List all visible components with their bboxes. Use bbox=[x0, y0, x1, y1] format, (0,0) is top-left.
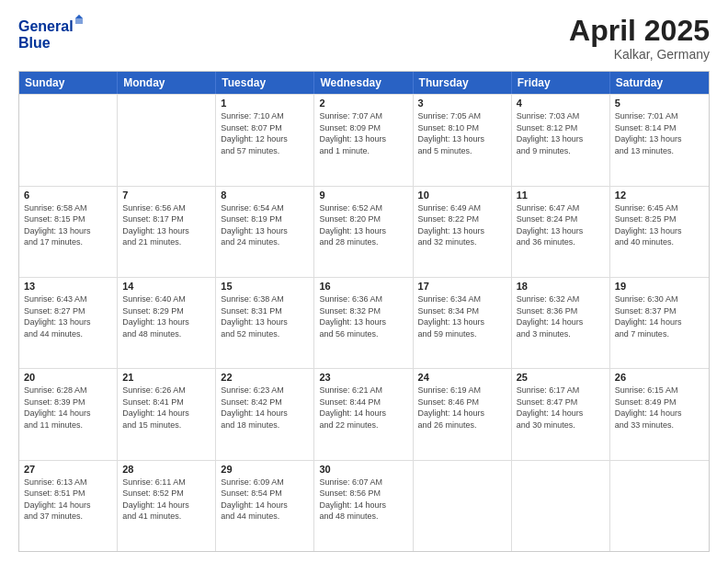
day-number: 9 bbox=[319, 190, 407, 201]
day-number: 17 bbox=[418, 281, 506, 292]
day-info: Sunrise: 7:07 AM Sunset: 8:09 PM Dayligh… bbox=[319, 110, 407, 156]
logo-svg: General Blue bbox=[18, 15, 83, 53]
day-12: 12Sunrise: 6:45 AM Sunset: 8:25 PM Dayli… bbox=[610, 187, 709, 277]
empty-cell-4-4 bbox=[414, 461, 512, 551]
day-24: 24Sunrise: 6:19 AM Sunset: 8:46 PM Dayli… bbox=[414, 369, 512, 459]
day-number: 13 bbox=[24, 281, 112, 292]
weekday-tuesday: Tuesday bbox=[216, 72, 314, 94]
day-number: 2 bbox=[319, 98, 407, 109]
day-22: 22Sunrise: 6:23 AM Sunset: 8:42 PM Dayli… bbox=[216, 369, 314, 459]
day-number: 1 bbox=[221, 98, 309, 109]
day-6: 6Sunrise: 6:58 AM Sunset: 8:15 PM Daylig… bbox=[19, 187, 118, 277]
day-number: 4 bbox=[517, 98, 605, 109]
day-number: 10 bbox=[418, 190, 506, 201]
day-info: Sunrise: 6:07 AM Sunset: 8:56 PM Dayligh… bbox=[319, 477, 407, 523]
day-info: Sunrise: 6:54 AM Sunset: 8:19 PM Dayligh… bbox=[221, 202, 309, 248]
day-23: 23Sunrise: 6:21 AM Sunset: 8:44 PM Dayli… bbox=[314, 369, 413, 459]
week-row-3: 13Sunrise: 6:43 AM Sunset: 8:27 PM Dayli… bbox=[19, 277, 709, 368]
day-info: Sunrise: 6:26 AM Sunset: 8:41 PM Dayligh… bbox=[122, 385, 210, 431]
day-info: Sunrise: 6:58 AM Sunset: 8:15 PM Dayligh… bbox=[24, 202, 112, 248]
weekday-wednesday: Wednesday bbox=[314, 72, 413, 94]
empty-cell-4-6 bbox=[610, 461, 709, 551]
day-info: Sunrise: 6:23 AM Sunset: 8:42 PM Dayligh… bbox=[221, 385, 309, 431]
day-2: 2Sunrise: 7:07 AM Sunset: 8:09 PM Daylig… bbox=[314, 95, 413, 185]
day-1: 1Sunrise: 7:10 AM Sunset: 8:07 PM Daylig… bbox=[216, 95, 314, 185]
day-info: Sunrise: 6:17 AM Sunset: 8:47 PM Dayligh… bbox=[517, 385, 605, 431]
day-info: Sunrise: 6:38 AM Sunset: 8:31 PM Dayligh… bbox=[221, 293, 309, 339]
day-11: 11Sunrise: 6:47 AM Sunset: 8:24 PM Dayli… bbox=[512, 187, 610, 277]
day-number: 19 bbox=[615, 281, 704, 292]
day-9: 9Sunrise: 6:52 AM Sunset: 8:20 PM Daylig… bbox=[314, 187, 413, 277]
day-number: 27 bbox=[24, 464, 112, 475]
day-18: 18Sunrise: 6:32 AM Sunset: 8:36 PM Dayli… bbox=[512, 278, 610, 368]
empty-cell-0-0 bbox=[19, 95, 118, 185]
week-row-5: 27Sunrise: 6:13 AM Sunset: 8:51 PM Dayli… bbox=[19, 460, 709, 551]
day-number: 25 bbox=[517, 372, 605, 383]
day-3: 3Sunrise: 7:05 AM Sunset: 8:10 PM Daylig… bbox=[414, 95, 512, 185]
day-number: 21 bbox=[122, 372, 210, 383]
day-13: 13Sunrise: 6:43 AM Sunset: 8:27 PM Dayli… bbox=[19, 278, 118, 368]
calendar-header: SundayMondayTuesdayWednesdayThursdayFrid… bbox=[19, 72, 709, 94]
day-number: 15 bbox=[221, 281, 309, 292]
calendar: SundayMondayTuesdayWednesdayThursdayFrid… bbox=[18, 71, 710, 552]
day-number: 8 bbox=[221, 190, 309, 201]
weekday-thursday: Thursday bbox=[414, 72, 512, 94]
weekday-friday: Friday bbox=[512, 72, 610, 94]
day-info: Sunrise: 6:43 AM Sunset: 8:27 PM Dayligh… bbox=[24, 293, 112, 339]
day-info: Sunrise: 6:47 AM Sunset: 8:24 PM Dayligh… bbox=[517, 202, 605, 248]
empty-cell-4-5 bbox=[512, 461, 610, 551]
weekday-sunday: Sunday bbox=[19, 72, 118, 94]
title-location: Kalkar, Germany bbox=[569, 47, 710, 62]
day-4: 4Sunrise: 7:03 AM Sunset: 8:12 PM Daylig… bbox=[512, 95, 610, 185]
svg-text:General: General bbox=[18, 18, 74, 34]
day-info: Sunrise: 6:56 AM Sunset: 8:17 PM Dayligh… bbox=[122, 202, 210, 248]
day-number: 6 bbox=[24, 190, 112, 201]
week-row-2: 6Sunrise: 6:58 AM Sunset: 8:15 PM Daylig… bbox=[19, 186, 709, 277]
day-15: 15Sunrise: 6:38 AM Sunset: 8:31 PM Dayli… bbox=[216, 278, 314, 368]
day-16: 16Sunrise: 6:36 AM Sunset: 8:32 PM Dayli… bbox=[314, 278, 413, 368]
day-info: Sunrise: 6:34 AM Sunset: 8:34 PM Dayligh… bbox=[418, 293, 506, 339]
title-block: April 2025 Kalkar, Germany bbox=[569, 15, 710, 62]
weekday-monday: Monday bbox=[118, 72, 216, 94]
day-info: Sunrise: 6:15 AM Sunset: 8:49 PM Dayligh… bbox=[615, 385, 704, 431]
day-30: 30Sunrise: 6:07 AM Sunset: 8:56 PM Dayli… bbox=[314, 461, 413, 551]
svg-text:Blue: Blue bbox=[18, 35, 51, 51]
day-number: 3 bbox=[418, 98, 506, 109]
day-number: 14 bbox=[122, 281, 210, 292]
logo: General Blue bbox=[18, 15, 83, 53]
title-month: April 2025 bbox=[569, 15, 710, 47]
empty-cell-0-1 bbox=[118, 95, 216, 185]
day-number: 26 bbox=[615, 372, 704, 383]
svg-marker-3 bbox=[75, 15, 83, 24]
day-info: Sunrise: 6:28 AM Sunset: 8:39 PM Dayligh… bbox=[24, 385, 112, 431]
day-number: 22 bbox=[221, 372, 309, 383]
day-17: 17Sunrise: 6:34 AM Sunset: 8:34 PM Dayli… bbox=[414, 278, 512, 368]
day-number: 30 bbox=[319, 464, 407, 475]
day-number: 16 bbox=[319, 281, 407, 292]
day-25: 25Sunrise: 6:17 AM Sunset: 8:47 PM Dayli… bbox=[512, 369, 610, 459]
day-info: Sunrise: 6:52 AM Sunset: 8:20 PM Dayligh… bbox=[319, 202, 407, 248]
week-row-4: 20Sunrise: 6:28 AM Sunset: 8:39 PM Dayli… bbox=[19, 368, 709, 459]
day-info: Sunrise: 6:30 AM Sunset: 8:37 PM Dayligh… bbox=[615, 293, 704, 339]
weekday-saturday: Saturday bbox=[610, 72, 709, 94]
day-27: 27Sunrise: 6:13 AM Sunset: 8:51 PM Dayli… bbox=[19, 461, 118, 551]
day-10: 10Sunrise: 6:49 AM Sunset: 8:22 PM Dayli… bbox=[414, 187, 512, 277]
day-number: 24 bbox=[418, 372, 506, 383]
day-7: 7Sunrise: 6:56 AM Sunset: 8:17 PM Daylig… bbox=[118, 187, 216, 277]
day-info: Sunrise: 6:19 AM Sunset: 8:46 PM Dayligh… bbox=[418, 385, 506, 431]
day-info: Sunrise: 7:10 AM Sunset: 8:07 PM Dayligh… bbox=[221, 110, 309, 156]
day-14: 14Sunrise: 6:40 AM Sunset: 8:29 PM Dayli… bbox=[118, 278, 216, 368]
day-info: Sunrise: 6:36 AM Sunset: 8:32 PM Dayligh… bbox=[319, 293, 407, 339]
day-info: Sunrise: 7:03 AM Sunset: 8:12 PM Dayligh… bbox=[517, 110, 605, 156]
day-28: 28Sunrise: 6:11 AM Sunset: 8:52 PM Dayli… bbox=[118, 461, 216, 551]
day-info: Sunrise: 6:49 AM Sunset: 8:22 PM Dayligh… bbox=[418, 202, 506, 248]
day-number: 28 bbox=[122, 464, 210, 475]
day-number: 12 bbox=[615, 190, 704, 201]
day-info: Sunrise: 6:21 AM Sunset: 8:44 PM Dayligh… bbox=[319, 385, 407, 431]
day-info: Sunrise: 6:45 AM Sunset: 8:25 PM Dayligh… bbox=[615, 202, 704, 248]
day-number: 29 bbox=[221, 464, 309, 475]
day-29: 29Sunrise: 6:09 AM Sunset: 8:54 PM Dayli… bbox=[216, 461, 314, 551]
calendar-body: 1Sunrise: 7:10 AM Sunset: 8:07 PM Daylig… bbox=[19, 94, 709, 551]
day-number: 11 bbox=[517, 190, 605, 201]
day-26: 26Sunrise: 6:15 AM Sunset: 8:49 PM Dayli… bbox=[610, 369, 709, 459]
